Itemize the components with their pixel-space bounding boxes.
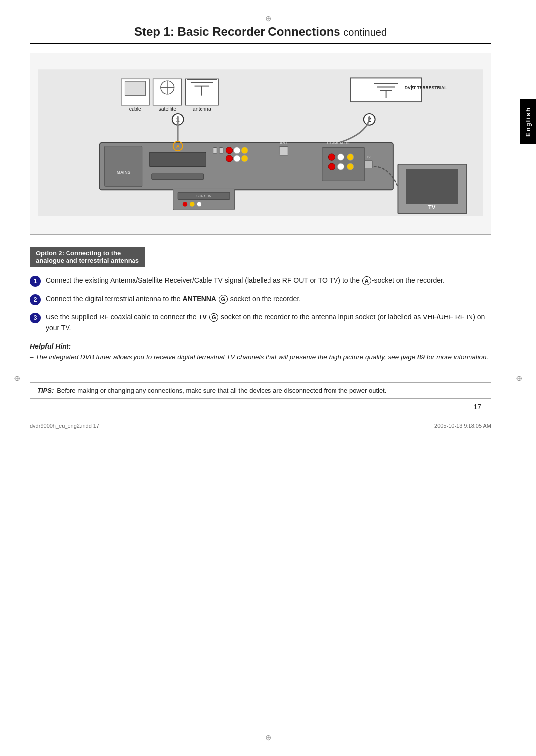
footer-left: dvdr9000h_eu_eng2.indd 17 bbox=[30, 423, 99, 429]
svg-point-49 bbox=[337, 163, 344, 170]
svg-text:cable: cable bbox=[129, 106, 141, 112]
tips-label: TIPS: bbox=[37, 387, 54, 394]
svg-point-45 bbox=[328, 154, 335, 160]
step-3-bold: TV bbox=[198, 313, 207, 321]
svg-point-46 bbox=[337, 154, 344, 160]
svg-point-59 bbox=[197, 202, 201, 207]
svg-text:TV: TV bbox=[366, 155, 371, 159]
svg-text:DVB: DVB bbox=[405, 85, 414, 90]
svg-text:A: A bbox=[176, 143, 180, 149]
main-content: Step 1: Basic Recorder Connections conti… bbox=[30, 25, 506, 429]
footer-right: 2005-10-13 9:18:05 AM bbox=[434, 423, 491, 429]
circle-g-icon-3: G bbox=[209, 313, 218, 322]
svg-point-50 bbox=[347, 163, 353, 170]
svg-text:MAINS: MAINS bbox=[117, 170, 131, 175]
mark-top-left bbox=[15, 15, 25, 15]
option-header: Option 2: Connecting to the analogue and… bbox=[30, 247, 491, 275]
step-1-num: 1 bbox=[30, 276, 41, 287]
svg-point-39 bbox=[226, 155, 232, 162]
svg-point-57 bbox=[183, 202, 188, 207]
mark-top-center: ⊕ bbox=[265, 14, 271, 23]
step-3: 3 Use the supplied RF coaxial cable to c… bbox=[30, 312, 491, 333]
svg-point-36 bbox=[226, 147, 232, 154]
mark-left-center: ⊕ bbox=[14, 374, 20, 383]
svg-rect-2 bbox=[125, 81, 145, 96]
step-2-num: 2 bbox=[30, 294, 41, 305]
svg-rect-34 bbox=[213, 148, 217, 153]
hint-title: Helpful Hint: bbox=[30, 342, 491, 350]
steps-section: 1 Connect the existing Antenna/Satellite… bbox=[30, 275, 491, 333]
svg-rect-61 bbox=[406, 169, 458, 204]
svg-text:TV: TV bbox=[428, 204, 436, 210]
mark-bottom-left bbox=[15, 741, 25, 741]
diagram-box: cable satellite antenna 1 DVB bbox=[30, 53, 491, 235]
tips-text: Before making or changing any connection… bbox=[57, 387, 386, 394]
page-title: Step 1: Basic Recorder Connections conti… bbox=[30, 25, 491, 44]
svg-point-48 bbox=[328, 163, 335, 170]
svg-text:satellite: satellite bbox=[158, 106, 176, 112]
svg-point-41 bbox=[241, 155, 248, 162]
circle-g-icon-2: G bbox=[219, 295, 228, 304]
diagram-svg: cable satellite antenna 1 DVB bbox=[38, 61, 483, 225]
svg-rect-42 bbox=[279, 147, 288, 155]
step-1: 1 Connect the existing Antenna/Satellite… bbox=[30, 275, 491, 287]
helpful-hint: Helpful Hint: – The integrated DVB tuner… bbox=[30, 342, 491, 362]
tips-bar: TIPS: Before making or changing any conn… bbox=[30, 382, 491, 399]
svg-point-40 bbox=[234, 155, 240, 162]
option-header-text: Option 2: Connecting to the analogue and… bbox=[30, 247, 145, 267]
step-3-text: Use the supplied RF coaxial cable to con… bbox=[46, 312, 491, 333]
mark-top-right bbox=[511, 15, 521, 15]
step-2: 2 Connect the digital terrestrial antenn… bbox=[30, 294, 491, 305]
title-continued: continued bbox=[343, 27, 387, 38]
hint-text: – The integrated DVB tuner allows you to… bbox=[30, 352, 491, 362]
svg-rect-23 bbox=[411, 85, 412, 90]
step-2-bold: ANTENNA bbox=[183, 295, 216, 303]
svg-rect-31 bbox=[152, 174, 204, 179]
svg-rect-28 bbox=[104, 146, 142, 187]
svg-text:DIGITAL AUDIO: DIGITAL AUDIO bbox=[327, 141, 350, 145]
svg-text:ANT: ANT bbox=[280, 141, 288, 145]
step-1-text: Connect the existing Antenna/Satellite R… bbox=[46, 275, 491, 286]
svg-text:antenna: antenna bbox=[193, 106, 211, 112]
svg-point-38 bbox=[241, 147, 248, 154]
footer-info: dvdr9000h_eu_eng2.indd 17 2005-10-13 9:1… bbox=[30, 421, 491, 429]
step-3-num: 3 bbox=[30, 313, 41, 323]
english-tab: English bbox=[520, 99, 536, 144]
mark-bottom-right bbox=[511, 741, 521, 741]
step-2-text: Connect the digital terrestrial antenna … bbox=[46, 294, 491, 305]
svg-point-47 bbox=[347, 154, 353, 160]
svg-rect-30 bbox=[149, 152, 206, 167]
svg-text:T TERRESTRIAL: T TERRESTRIAL bbox=[413, 85, 447, 90]
svg-point-37 bbox=[234, 147, 240, 154]
page-number: 17 bbox=[30, 403, 491, 411]
svg-point-58 bbox=[190, 202, 195, 207]
circle-a-icon: A bbox=[362, 276, 371, 285]
svg-rect-35 bbox=[219, 148, 223, 153]
mark-bottom-center: ⊕ bbox=[265, 733, 271, 742]
svg-text:SCART IN: SCART IN bbox=[196, 194, 211, 198]
svg-rect-63 bbox=[365, 160, 372, 168]
mark-right-center: ⊕ bbox=[516, 374, 522, 383]
